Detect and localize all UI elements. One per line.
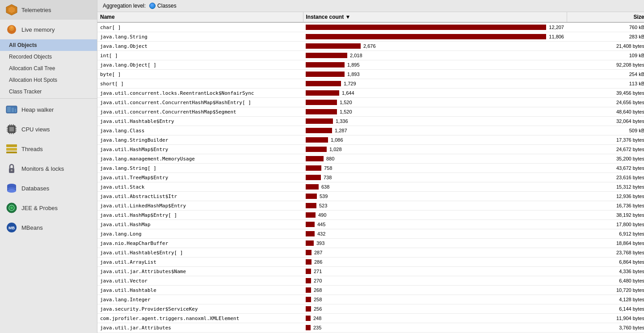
count-value: 11,806 xyxy=(549,34,564,39)
table-row[interactable]: java.util.ArrayList2866,864 bytes xyxy=(97,257,644,267)
table-row[interactable]: java.util.AbstractList$Itr53912,936 byte… xyxy=(97,192,644,201)
cell-size: 48,640 bytes xyxy=(567,107,644,117)
table-row[interactable]: java.util.LinkedHashMap$Entry52316,736 b… xyxy=(97,201,644,211)
cell-name: java.util.TreeMap$Entry xyxy=(97,173,303,182)
cell-name: java.util.HashMap xyxy=(97,220,303,229)
count-value: 1,336 xyxy=(336,118,348,124)
col-size[interactable]: Size xyxy=(567,12,644,22)
sidebar-item-threads[interactable]: Threads xyxy=(0,139,97,159)
svg-rect-6 xyxy=(7,107,11,112)
table-row[interactable]: java.lang.management.MemoryUsage88035,20… xyxy=(97,154,644,164)
table-row[interactable]: java.security.Provider$ServiceKey2566,14… xyxy=(97,304,644,314)
count-value: 738 xyxy=(324,175,332,180)
table-row[interactable]: java.util.Hashtable$Entry[ ]28723,768 by… xyxy=(97,248,644,257)
table-row[interactable]: java.util.HashMap$Entry1,02824,672 bytes xyxy=(97,145,644,154)
svg-point-27 xyxy=(11,169,13,171)
sidebar-item-cpu-views[interactable]: CPU views xyxy=(0,119,97,139)
count-bar xyxy=(306,325,311,330)
cell-size: 109 kB xyxy=(567,51,644,60)
cell-name: char[ ] xyxy=(97,22,303,32)
count-bar xyxy=(306,81,341,86)
col-instance-count[interactable]: Instance count ▼ xyxy=(303,12,567,22)
table-row[interactable]: java.util.HashMap$Entry[ ]49038,192 byte… xyxy=(97,211,644,220)
svg-rect-7 xyxy=(12,108,14,112)
sidebar-item-class-tracker[interactable]: Class Tracker xyxy=(0,86,97,97)
table-row[interactable]: java.util.Hashtable26810,720 bytes xyxy=(97,286,644,295)
table-row[interactable]: java.util.concurrent.ConcurrentHashMap$H… xyxy=(97,98,644,107)
count-value: 235 xyxy=(313,325,321,330)
sidebar-item-allocation-call-tree[interactable]: Allocation Call Tree xyxy=(0,63,97,74)
telemetry-icon xyxy=(5,4,18,16)
table-row[interactable]: java.lang.Object[ ]1,89592,208 bytes xyxy=(97,60,644,70)
table-row[interactable]: java.util.HashMap44517,800 bytes xyxy=(97,220,644,229)
cell-name: java.lang.Object xyxy=(97,42,303,51)
cell-count: 445 xyxy=(303,220,567,229)
cell-size: 11,904 bytes xyxy=(567,314,644,323)
count-value: 523 xyxy=(319,203,327,208)
table-row[interactable]: java.lang.Long4326,912 bytes xyxy=(97,229,644,239)
sidebar-item-jee-probes[interactable]: JEE & Probes xyxy=(0,198,97,218)
count-value: 1,287 xyxy=(335,128,347,133)
cell-size: 6,480 bytes xyxy=(567,276,644,286)
live-memory-label: Live memory xyxy=(21,26,55,33)
table-row[interactable]: java.util.concurrent.ConcurrentHashMap$S… xyxy=(97,107,644,117)
aggregation-classes-option[interactable]: Classes xyxy=(149,3,177,9)
table-row[interactable]: short[ ]1,729113 kB xyxy=(97,79,644,89)
table-row[interactable]: java.util.concurrent.locks.ReentrantLock… xyxy=(97,89,644,98)
objects-table-container[interactable]: Name Instance count ▼ Size char[ ]12,207… xyxy=(97,12,644,333)
table-row[interactable]: char[ ]12,207760 kB xyxy=(97,22,644,32)
cell-name: java.util.Vector xyxy=(97,276,303,286)
aggregation-classes-label: Classes xyxy=(157,3,177,9)
table-row[interactable]: java.util.TreeMap$Entry73823,616 bytes xyxy=(97,173,644,182)
count-bar xyxy=(306,100,337,105)
table-row[interactable]: com.jprofiler.agent.triggers.nanoxml.XML… xyxy=(97,314,644,323)
cell-count: 432 xyxy=(303,229,567,239)
table-row[interactable]: java.lang.String[ ]75843,672 bytes xyxy=(97,164,644,173)
sidebar-item-mbeans[interactable]: MB MBeans xyxy=(0,218,97,237)
table-row[interactable]: java.lang.Integer2584,128 bytes xyxy=(97,295,644,304)
sidebar-item-telemetries[interactable]: Telemetries xyxy=(0,0,97,20)
table-row[interactable]: java.util.Stack63815,312 bytes xyxy=(97,182,644,192)
table-row[interactable]: java.lang.Object2,67621,408 bytes xyxy=(97,42,644,51)
objects-table: Name Instance count ▼ Size char[ ]12,207… xyxy=(97,12,644,333)
col-name[interactable]: Name xyxy=(97,12,303,22)
telemetries-label: Telemetries xyxy=(21,7,51,13)
sidebar-item-monitors-locks[interactable]: Monitors & locks xyxy=(0,159,97,178)
sidebar-item-all-objects[interactable]: All Objects xyxy=(0,39,97,51)
table-row[interactable]: byte[ ]1,893254 kB xyxy=(97,70,644,79)
table-row[interactable]: java.util.Hashtable$Entry1,33632,064 byt… xyxy=(97,117,644,126)
cell-size: 21,408 bytes xyxy=(567,42,644,51)
table-row[interactable]: java.util.jar.Attributes2353,760 bytes xyxy=(97,323,644,333)
sidebar-item-databases[interactable]: Databases xyxy=(0,178,97,198)
cell-name: short[ ] xyxy=(97,79,303,89)
count-bar xyxy=(306,297,311,302)
cell-count: 638 xyxy=(303,182,567,192)
cell-name: java.util.Stack xyxy=(97,182,303,192)
sidebar-item-heap-walker[interactable]: Heap walker xyxy=(0,100,97,119)
table-row[interactable]: java.util.jar.Attributes$Name2714,336 by… xyxy=(97,267,644,276)
table-row[interactable]: java.util.Vector2706,480 bytes xyxy=(97,276,644,286)
sidebar-item-allocation-hot-spots[interactable]: Allocation Hot Spots xyxy=(0,74,97,86)
count-value: 638 xyxy=(321,184,329,190)
sidebar-item-live-memory[interactable]: Live memory xyxy=(0,20,97,39)
cell-size: 113 kB xyxy=(567,79,644,89)
cell-count: 880 xyxy=(303,154,567,164)
count-bar xyxy=(306,278,311,283)
table-row[interactable]: java.lang.StringBuilder1,08617,376 bytes xyxy=(97,135,644,145)
cell-size: 509 kB xyxy=(567,126,644,135)
cell-size: 17,800 bytes xyxy=(567,220,644,229)
cell-size: 283 kB xyxy=(567,32,644,42)
cell-count: 393 xyxy=(303,239,567,248)
cell-name: java.util.HashMap$Entry xyxy=(97,145,303,154)
table-row[interactable]: java.lang.String11,806283 kB xyxy=(97,32,644,42)
count-value: 270 xyxy=(314,278,322,283)
cell-count: 1,895 xyxy=(303,60,567,70)
sidebar-item-recorded-objects[interactable]: Recorded Objects xyxy=(0,51,97,63)
table-row[interactable]: java.lang.Class1,287509 kB xyxy=(97,126,644,135)
count-value: 1,028 xyxy=(329,147,342,152)
table-row[interactable]: java.nio.HeapCharBuffer39318,864 bytes xyxy=(97,239,644,248)
cell-name: java.nio.HeapCharBuffer xyxy=(97,239,303,248)
table-row[interactable]: int[ ]2,018109 kB xyxy=(97,51,644,60)
cell-size: 39,456 bytes xyxy=(567,89,644,98)
cell-count: 1,893 xyxy=(303,70,567,79)
